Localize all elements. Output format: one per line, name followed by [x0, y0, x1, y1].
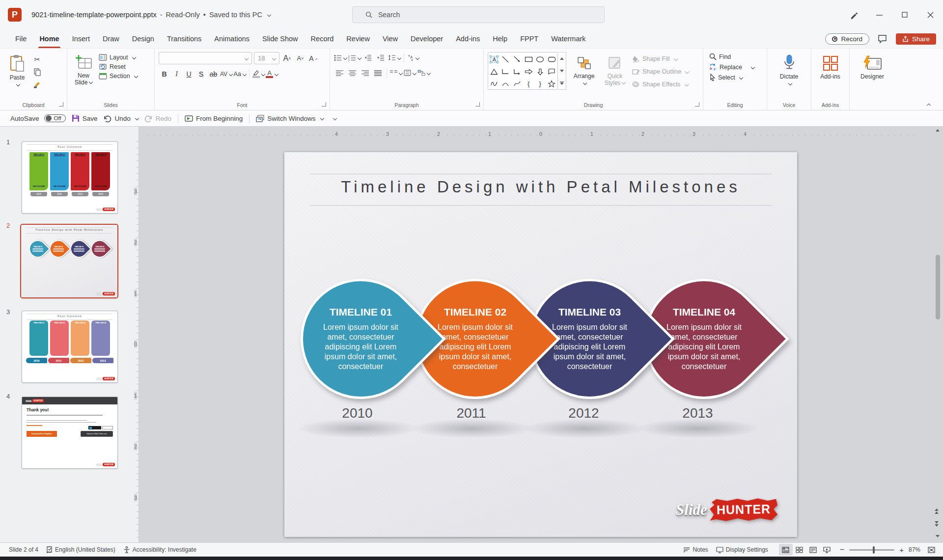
save-button[interactable]: Save	[69, 114, 101, 122]
zoom-level[interactable]: 87%	[905, 546, 924, 553]
shape-elbow-arrow-connector[interactable]	[511, 66, 523, 78]
reading-view-button[interactable]	[806, 544, 820, 556]
slide-canvas[interactable]: Timeline Design with Petal Milestones TI…	[284, 152, 797, 537]
shapes-scroll-up-icon[interactable]	[558, 53, 566, 65]
slide-thumbnail-4[interactable]: SlideHUNTER Thank you! Download Free Tem…	[22, 397, 118, 469]
notes-button[interactable]: Notes	[679, 546, 712, 553]
shapes-scroll-down-icon[interactable]	[558, 65, 566, 77]
shapes-more-icon[interactable]	[558, 77, 566, 89]
underline-button[interactable]: U	[183, 68, 194, 80]
align-right-button[interactable]	[360, 67, 371, 79]
document-title[interactable]: 9021-timeline-template-powerpoint.pptx -…	[31, 0, 271, 29]
text-shadow-button[interactable]: S	[195, 68, 207, 80]
slide-thumbnail-3[interactable]: Four Columns TIME LINE 01 TIME LINE 02 T…	[22, 311, 118, 383]
shape-arrow[interactable]	[511, 53, 523, 66]
tab-view[interactable]: View	[376, 29, 404, 48]
shape-elbow-connector[interactable]	[500, 66, 512, 78]
autosave-switch[interactable]: Off	[44, 114, 66, 122]
bullets-button[interactable]	[334, 52, 347, 63]
tab-add-ins[interactable]: Add-ins	[449, 29, 486, 48]
shape-line[interactable]	[500, 53, 512, 66]
fit-slide-to-window-button[interactable]	[924, 544, 938, 556]
text-highlight-button[interactable]	[252, 68, 265, 80]
maximize-button[interactable]	[892, 0, 917, 29]
slide-show-button[interactable]	[820, 544, 834, 556]
tab-record[interactable]: Record	[305, 29, 340, 48]
copy-button[interactable]	[31, 66, 43, 78]
tab-file[interactable]: File	[9, 29, 33, 48]
slide-title[interactable]: Timeline Design with Petal Milestones	[284, 178, 797, 196]
paste-button[interactable]: Paste	[3, 51, 31, 90]
decrease-font-size-button[interactable]: A˅	[295, 53, 306, 64]
shape-outline-button[interactable]: Shape Outline	[632, 66, 689, 78]
milestone-year-3[interactable]: 2012	[524, 405, 644, 421]
align-left-button[interactable]	[334, 67, 345, 79]
tab-insert[interactable]: Insert	[66, 29, 96, 48]
scrollbar-thumb[interactable]	[936, 255, 940, 320]
select-button[interactable]: Select	[709, 74, 761, 81]
tab-draw[interactable]: Draw	[96, 29, 126, 48]
ink-pen-icon[interactable]	[841, 0, 866, 29]
milestone-year-1[interactable]: 2010	[297, 405, 417, 421]
section-button[interactable]: Section	[99, 73, 138, 80]
close-button[interactable]	[917, 0, 943, 29]
tab-slide-show[interactable]: Slide Show	[256, 29, 305, 48]
from-beginning-button[interactable]: From Beginning	[182, 115, 246, 122]
qat-overflow-icon[interactable]	[333, 116, 336, 120]
shape-fill-button[interactable]: Shape Fill	[632, 53, 689, 65]
align-center-button[interactable]	[347, 67, 358, 79]
reset-button[interactable]: Reset	[99, 63, 138, 70]
normal-view-button[interactable]	[779, 544, 793, 556]
columns-button[interactable]	[390, 67, 402, 79]
tab-watermark[interactable]: Watermark	[545, 29, 592, 48]
character-spacing-button[interactable]: AV	[220, 68, 232, 80]
designer-button[interactable]: Designer	[855, 52, 889, 80]
slide-sorter-view-button[interactable]	[793, 544, 806, 556]
font-size-combobox[interactable]: 18	[254, 52, 279, 64]
drawing-dialog-launcher-icon[interactable]	[695, 102, 699, 107]
zoom-slider[interactable]	[849, 549, 894, 551]
align-text-button[interactable]	[404, 67, 416, 79]
find-button[interactable]: Find	[709, 53, 761, 60]
slide-number-indicator[interactable]: Slide 2 of 4	[5, 546, 42, 553]
previous-slide-button[interactable]	[935, 508, 939, 514]
switch-windows-button[interactable]: Switch Windows	[253, 115, 326, 122]
shape-effects-button[interactable]: Shape Effects	[632, 79, 689, 90]
slide-thumbnail-1[interactable]: Four Columns TIME LINE 01SUB TITLE HERE …	[22, 141, 118, 213]
shape-flowchart[interactable]	[546, 66, 558, 78]
italic-button[interactable]: I	[171, 68, 182, 80]
decrease-indent-button[interactable]	[362, 52, 374, 63]
zoom-slider-thumb[interactable]	[873, 546, 875, 554]
zoom-out-button[interactable]: −	[839, 545, 845, 554]
shape-curve[interactable]	[511, 78, 523, 89]
shape-right-arrow[interactable]	[523, 66, 535, 78]
paragraph-dialog-launcher-icon[interactable]	[475, 102, 480, 107]
increase-font-size-button[interactable]: A˄	[281, 53, 293, 64]
numbering-button[interactable]: 123	[348, 52, 361, 63]
redo-button[interactable]: Redo	[141, 115, 174, 122]
shape-scribble[interactable]	[488, 78, 500, 89]
shape-star[interactable]	[546, 78, 558, 89]
shape-right-brace[interactable]: }	[534, 78, 546, 89]
slide-thumbnail-2-selected[interactable]: Timeline Design with Petal Milestones TI…	[20, 224, 118, 298]
tab-animations[interactable]: Animations	[208, 29, 256, 48]
shape-textbox-selected[interactable]: A	[488, 53, 500, 66]
shape-rectangle[interactable]	[523, 53, 535, 66]
line-spacing-button[interactable]	[388, 52, 401, 63]
scroll-up-icon[interactable]	[936, 129, 940, 132]
font-name-combobox[interactable]	[159, 52, 252, 64]
undo-button[interactable]: Undo	[100, 115, 141, 122]
tab-review[interactable]: Review	[340, 29, 376, 48]
addins-button[interactable]: Add-ins	[815, 52, 846, 80]
shape-rounded-rectangle[interactable]	[546, 53, 558, 66]
spell-check-button[interactable]: English (United States)	[42, 546, 119, 554]
tab-fppt[interactable]: FPPT	[514, 29, 545, 48]
bold-button[interactable]: B	[159, 68, 170, 80]
shape-triangle[interactable]	[488, 66, 500, 78]
arrange-button[interactable]: Arrange	[570, 52, 598, 90]
minimize-button[interactable]	[866, 0, 892, 29]
shape-left-brace[interactable]: {	[523, 78, 535, 89]
cut-button[interactable]: ✂	[31, 53, 43, 65]
clipboard-dialog-launcher-icon[interactable]	[59, 102, 63, 107]
dictate-button[interactable]: Dictate	[774, 51, 805, 85]
